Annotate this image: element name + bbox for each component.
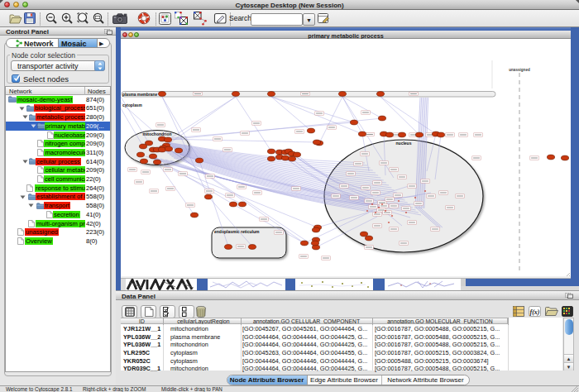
svg-text:mitochondrion: mitochondrion <box>143 131 172 136</box>
svg-text:unassigned: unassigned <box>509 68 530 72</box>
svg-text:cytoplasm: cytoplasm <box>122 103 142 108</box>
svg-text:nucleus: nucleus <box>396 141 412 146</box>
svg-text:f(x): f(x) <box>530 308 540 316</box>
svg-text:plasma membrane: plasma membrane <box>122 93 157 97</box>
svg-text:endoplasmic reticulum: endoplasmic reticulum <box>214 229 260 234</box>
